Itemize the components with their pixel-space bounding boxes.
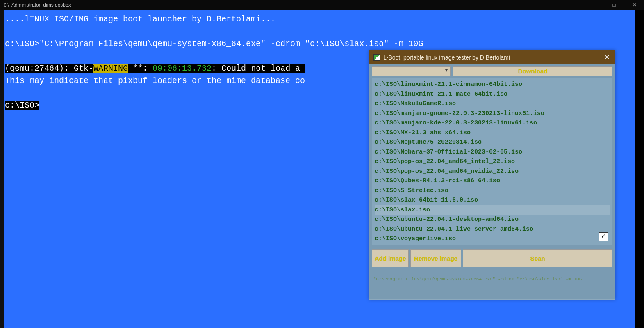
remove-image-button[interactable]: Remove image — [410, 249, 461, 267]
iso-list-item[interactable]: c:\ISO\slax-64bit-11.6.0.iso — [375, 195, 610, 205]
window-titlebar: C:\ Administrator: dims dosbox — □ ✕ — [0, 0, 644, 10]
iso-list-item[interactable]: c:\ISO\manjaro-gnome-22.0.3-230213-linux… — [375, 109, 610, 119]
terminal-line: ....lINUX ISO/IMG image boot launcher by… — [4, 13, 635, 25]
lboot-title: L-Boot: portable linux image tester by D… — [383, 54, 603, 61]
lboot-button-bar: Add image Remove image Scan — [369, 245, 615, 267]
lboot-close-button[interactable]: ✕ — [603, 53, 611, 62]
iso-list-item[interactable]: c:\ISO\pop-os_22.04_amd64_nvidia_22.iso — [375, 167, 610, 177]
add-image-button[interactable]: Add image — [372, 249, 409, 267]
list-checkbox[interactable]: ✓ — [599, 232, 608, 241]
iso-list[interactable]: c:\ISO\linuxmint-21.1-cinnamon-64bit.iso… — [372, 78, 612, 245]
cmd-icon: C:\ — [3, 2, 9, 8]
iso-list-item[interactable]: c:\ISO\linuxmint-21.1-cinnamon-64bit.iso — [375, 80, 610, 89]
scan-button[interactable]: Scan — [463, 249, 612, 267]
minimize-button[interactable]: — — [587, 1, 600, 9]
iso-list-item[interactable]: c:\ISO\Neptune75-20220814.iso — [375, 138, 610, 147]
iso-list-item[interactable]: c:\ISO\voyagerlive.iso — [375, 234, 610, 244]
iso-list-item[interactable]: c:\ISO\pop-os_22.04_amd64_intel_22.iso — [375, 157, 610, 167]
lboot-app-icon — [373, 54, 380, 61]
lboot-titlebar[interactable]: L-Boot: portable linux image tester by D… — [369, 50, 615, 64]
terminal-line: c:\ISO>"C:\Program Files\qemu\qemu-syste… — [4, 38, 635, 50]
iso-list-item[interactable]: c:\ISO\S Strelec.iso — [375, 186, 610, 196]
maximize-button[interactable]: □ — [608, 1, 620, 9]
download-button[interactable]: Download — [453, 66, 612, 76]
desktop-edge — [0, 10, 4, 328]
close-button[interactable]: ✕ — [628, 1, 641, 9]
lboot-status-text: "C:\Program Files\qemu\qemu-system-x8664… — [372, 275, 612, 283]
iso-list-item[interactable]: c:\ISO\manjaro-kde-22.0.3-230213-linux61… — [375, 118, 610, 128]
iso-list-item[interactable]: c:\ISO\linuxmint-21.1-mate-64bit.iso — [375, 89, 610, 99]
lboot-distro-dropdown[interactable] — [372, 66, 451, 76]
iso-list-item[interactable]: c:\ISO\MakuluGameR.iso — [375, 99, 610, 109]
iso-list-item[interactable]: c:\ISO\Nobara-37-Official-2023-02-05.iso — [375, 147, 610, 157]
window-title: Administrator: dims dosbox — [11, 2, 587, 8]
lboot-window: L-Boot: portable linux image tester by D… — [369, 50, 615, 300]
window-controls: — □ ✕ — [587, 1, 641, 9]
iso-list-item[interactable]: c:\ISO\Qubes-R4.1.2-rc1-x86_64.iso — [375, 176, 610, 186]
iso-list-item[interactable]: c:\ISO\ubuntu-22.04.1-live-server-amd64.… — [375, 225, 610, 234]
terminal-blank — [4, 25, 635, 38]
spacer — [369, 267, 615, 275]
iso-list-item[interactable]: c:\ISO\ubuntu-22.04.1-desktop-amd64.iso — [375, 215, 610, 225]
iso-list-item[interactable]: c:\ISO\slax.iso — [375, 205, 610, 215]
lboot-toolbar: Download — [369, 64, 615, 78]
iso-list-item[interactable]: c:\ISO\MX-21.3_ahs_x64.iso — [375, 128, 610, 138]
